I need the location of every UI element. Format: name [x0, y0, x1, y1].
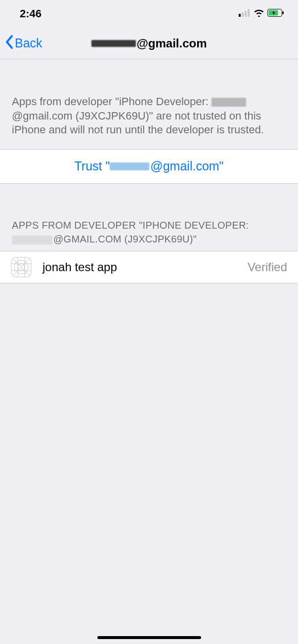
svg-rect-2: [245, 11, 247, 17]
trust-info-text: Apps from developer "iPhone Developer: @…: [0, 59, 298, 149]
chevron-left-icon: [5, 35, 14, 52]
svg-rect-0: [239, 14, 241, 17]
redacted-email-prefix: [110, 162, 149, 170]
status-bar: 2:46: [0, 0, 298, 28]
app-status: Verified: [248, 260, 287, 274]
svg-rect-6: [283, 11, 284, 14]
app-icon: [11, 257, 32, 278]
status-time: 2:46: [20, 7, 42, 20]
status-icons: [239, 9, 284, 19]
redacted-email-prefix: [12, 236, 52, 244]
section-header: APPS FROM DEVELOPER "IPHONE DEVELOPER: @…: [0, 184, 298, 251]
back-label: Back: [15, 36, 43, 50]
battery-icon: [267, 9, 284, 19]
nav-title: @gmail.com: [91, 37, 207, 50]
back-button[interactable]: Back: [0, 35, 43, 52]
redacted-email-prefix: [212, 98, 246, 107]
app-name: jonah test app: [43, 260, 248, 274]
nav-bar: Back @gmail.com: [0, 28, 298, 59]
svg-rect-1: [242, 12, 244, 17]
home-indicator[interactable]: [97, 636, 201, 639]
trust-button[interactable]: Trust "@gmail.com": [0, 149, 298, 184]
svg-rect-3: [248, 9, 250, 17]
redacted-email-prefix: [91, 40, 135, 47]
cellular-signal-icon: [239, 9, 251, 19]
wifi-icon: [254, 9, 264, 19]
app-row[interactable]: jonah test app Verified: [0, 251, 298, 283]
